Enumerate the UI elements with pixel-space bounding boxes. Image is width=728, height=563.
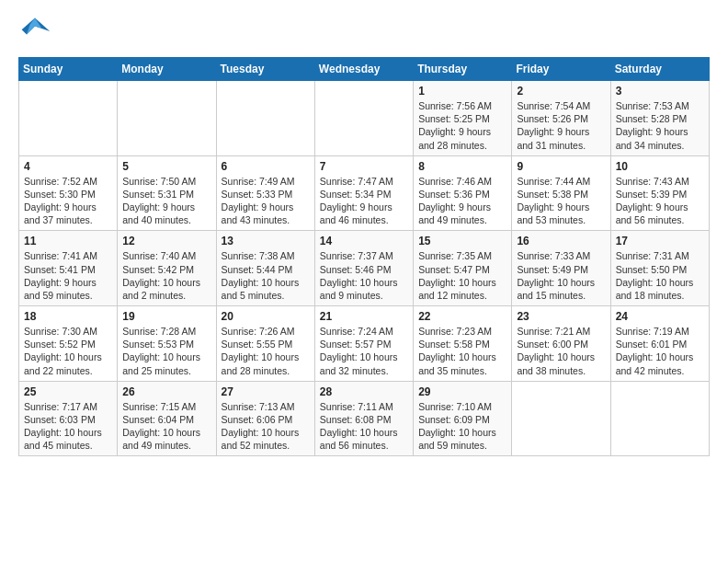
day-number: 15	[418, 235, 506, 247]
day-number: 4	[24, 160, 112, 173]
day-info: Sunrise: 7:56 AM Sunset: 5:25 PM Dayligh…	[418, 99, 506, 152]
calendar-cell: 2Sunrise: 7:54 AM Sunset: 5:26 PM Daylig…	[512, 81, 610, 156]
calendar-cell: 18Sunrise: 7:30 AM Sunset: 5:52 PM Dayli…	[19, 306, 118, 382]
calendar-cell: 3Sunrise: 7:53 AM Sunset: 5:28 PM Daylig…	[610, 81, 709, 156]
day-number: 5	[122, 160, 210, 173]
calendar-cell: 15Sunrise: 7:35 AM Sunset: 5:47 PM Dayli…	[414, 231, 512, 306]
calendar-cell	[118, 81, 216, 156]
calendar-header-row: SundayMondayTuesdayWednesdayThursdayFrid…	[19, 58, 710, 81]
calendar-cell: 6Sunrise: 7:49 AM Sunset: 5:33 PM Daylig…	[216, 155, 314, 231]
day-info: Sunrise: 7:43 AM Sunset: 5:39 PM Dayligh…	[616, 175, 704, 227]
day-info: Sunrise: 7:40 AM Sunset: 5:42 PM Dayligh…	[122, 249, 210, 302]
day-number: 19	[122, 310, 210, 323]
day-info: Sunrise: 7:41 AM Sunset: 5:41 PM Dayligh…	[24, 249, 112, 302]
day-info: Sunrise: 7:37 AM Sunset: 5:46 PM Dayligh…	[320, 249, 408, 302]
header-day-thursday: Thursday	[414, 58, 512, 81]
calendar-cell: 5Sunrise: 7:50 AM Sunset: 5:31 PM Daylig…	[118, 155, 216, 231]
day-number: 28	[320, 385, 408, 398]
day-info: Sunrise: 7:10 AM Sunset: 6:09 PM Dayligh…	[418, 400, 506, 453]
day-info: Sunrise: 7:17 AM Sunset: 6:03 PM Dayligh…	[24, 400, 112, 453]
calendar-cell: 27Sunrise: 7:13 AM Sunset: 6:06 PM Dayli…	[216, 381, 314, 456]
day-info: Sunrise: 7:19 AM Sunset: 6:01 PM Dayligh…	[616, 325, 704, 377]
day-number: 26	[122, 385, 210, 398]
day-number: 14	[320, 235, 408, 247]
day-info: Sunrise: 7:23 AM Sunset: 5:58 PM Dayligh…	[418, 325, 506, 377]
day-number: 7	[320, 160, 408, 173]
day-info: Sunrise: 7:21 AM Sunset: 6:00 PM Dayligh…	[517, 325, 605, 377]
calendar-cell	[512, 381, 610, 456]
calendar-cell: 12Sunrise: 7:40 AM Sunset: 5:42 PM Dayli…	[118, 231, 216, 306]
day-number: 27	[222, 385, 310, 398]
day-info: Sunrise: 7:33 AM Sunset: 5:49 PM Dayligh…	[517, 249, 605, 302]
day-info: Sunrise: 7:26 AM Sunset: 5:55 PM Dayligh…	[222, 325, 310, 377]
day-info: Sunrise: 7:54 AM Sunset: 5:26 PM Dayligh…	[517, 99, 605, 152]
header-day-sunday: Sunday	[19, 58, 118, 81]
day-info: Sunrise: 7:13 AM Sunset: 6:06 PM Dayligh…	[222, 400, 310, 453]
logo	[18, 15, 55, 48]
day-number: 17	[616, 235, 704, 247]
calendar-cell	[610, 381, 709, 456]
calendar-cell: 29Sunrise: 7:10 AM Sunset: 6:09 PM Dayli…	[414, 381, 512, 456]
calendar-cell: 7Sunrise: 7:47 AM Sunset: 5:34 PM Daylig…	[314, 155, 413, 231]
calendar-cell: 21Sunrise: 7:24 AM Sunset: 5:57 PM Dayli…	[314, 306, 413, 382]
calendar-cell: 26Sunrise: 7:15 AM Sunset: 6:04 PM Dayli…	[118, 381, 216, 456]
calendar-cell: 9Sunrise: 7:44 AM Sunset: 5:38 PM Daylig…	[512, 155, 610, 231]
day-number: 6	[222, 160, 310, 173]
day-number: 18	[24, 310, 112, 323]
logo-icon	[18, 15, 51, 48]
day-info: Sunrise: 7:49 AM Sunset: 5:33 PM Dayligh…	[222, 175, 310, 227]
calendar-cell	[314, 81, 413, 156]
day-info: Sunrise: 7:35 AM Sunset: 5:47 PM Dayligh…	[418, 249, 506, 302]
calendar-cell: 24Sunrise: 7:19 AM Sunset: 6:01 PM Dayli…	[610, 306, 709, 382]
calendar-week-row: 25Sunrise: 7:17 AM Sunset: 6:03 PM Dayli…	[19, 381, 710, 456]
calendar-week-row: 4Sunrise: 7:52 AM Sunset: 5:30 PM Daylig…	[19, 155, 710, 231]
day-number: 22	[418, 310, 506, 323]
header-day-tuesday: Tuesday	[216, 58, 314, 81]
header-day-monday: Monday	[118, 58, 216, 81]
day-number: 2	[517, 85, 605, 98]
day-info: Sunrise: 7:52 AM Sunset: 5:30 PM Dayligh…	[24, 175, 112, 227]
calendar-cell: 11Sunrise: 7:41 AM Sunset: 5:41 PM Dayli…	[19, 231, 118, 306]
day-info: Sunrise: 7:47 AM Sunset: 5:34 PM Dayligh…	[320, 175, 408, 227]
day-info: Sunrise: 7:24 AM Sunset: 5:57 PM Dayligh…	[320, 325, 408, 377]
day-number: 11	[24, 235, 112, 247]
day-number: 9	[517, 160, 605, 173]
calendar-cell: 23Sunrise: 7:21 AM Sunset: 6:00 PM Dayli…	[512, 306, 610, 382]
header-day-friday: Friday	[512, 58, 610, 81]
header	[18, 15, 710, 48]
day-number: 20	[222, 310, 310, 323]
calendar-cell: 17Sunrise: 7:31 AM Sunset: 5:50 PM Dayli…	[610, 231, 709, 306]
calendar-cell: 28Sunrise: 7:11 AM Sunset: 6:08 PM Dayli…	[314, 381, 413, 456]
calendar-cell	[216, 81, 314, 156]
day-number: 10	[616, 160, 704, 173]
day-number: 21	[320, 310, 408, 323]
calendar-week-row: 11Sunrise: 7:41 AM Sunset: 5:41 PM Dayli…	[19, 231, 710, 306]
day-number: 29	[418, 385, 506, 398]
day-info: Sunrise: 7:38 AM Sunset: 5:44 PM Dayligh…	[222, 249, 310, 302]
calendar-cell: 25Sunrise: 7:17 AM Sunset: 6:03 PM Dayli…	[19, 381, 118, 456]
calendar-cell: 13Sunrise: 7:38 AM Sunset: 5:44 PM Dayli…	[216, 231, 314, 306]
calendar-table: SundayMondayTuesdayWednesdayThursdayFrid…	[18, 57, 710, 456]
day-number: 12	[122, 235, 210, 247]
calendar-cell: 10Sunrise: 7:43 AM Sunset: 5:39 PM Dayli…	[610, 155, 709, 231]
day-number: 1	[418, 85, 506, 98]
calendar-week-row: 18Sunrise: 7:30 AM Sunset: 5:52 PM Dayli…	[19, 306, 710, 382]
calendar-cell: 4Sunrise: 7:52 AM Sunset: 5:30 PM Daylig…	[19, 155, 118, 231]
day-info: Sunrise: 7:50 AM Sunset: 5:31 PM Dayligh…	[122, 175, 210, 227]
calendar-cell: 20Sunrise: 7:26 AM Sunset: 5:55 PM Dayli…	[216, 306, 314, 382]
day-info: Sunrise: 7:31 AM Sunset: 5:50 PM Dayligh…	[616, 249, 704, 302]
header-day-wednesday: Wednesday	[314, 58, 413, 81]
day-info: Sunrise: 7:11 AM Sunset: 6:08 PM Dayligh…	[320, 400, 408, 453]
day-info: Sunrise: 7:28 AM Sunset: 5:53 PM Dayligh…	[122, 325, 210, 377]
day-number: 23	[517, 310, 605, 323]
day-number: 13	[222, 235, 310, 247]
calendar-cell: 19Sunrise: 7:28 AM Sunset: 5:53 PM Dayli…	[118, 306, 216, 382]
header-day-saturday: Saturday	[610, 58, 709, 81]
day-info: Sunrise: 7:15 AM Sunset: 6:04 PM Dayligh…	[122, 400, 210, 453]
calendar-cell: 1Sunrise: 7:56 AM Sunset: 5:25 PM Daylig…	[414, 81, 512, 156]
day-info: Sunrise: 7:46 AM Sunset: 5:36 PM Dayligh…	[418, 175, 506, 227]
calendar-cell: 22Sunrise: 7:23 AM Sunset: 5:58 PM Dayli…	[414, 306, 512, 382]
day-number: 3	[616, 85, 704, 98]
day-number: 24	[616, 310, 704, 323]
day-info: Sunrise: 7:53 AM Sunset: 5:28 PM Dayligh…	[616, 99, 704, 152]
